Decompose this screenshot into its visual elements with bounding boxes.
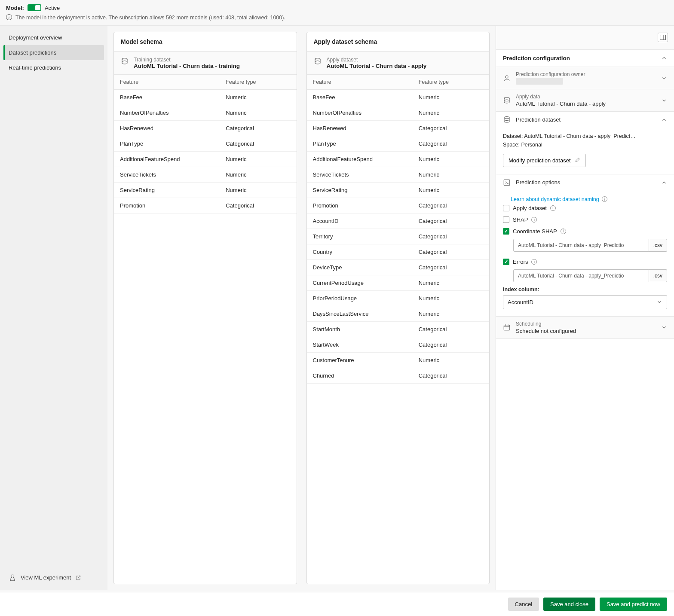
table-row: ServiceRatingNumeric xyxy=(114,182,297,198)
table-row: ServiceTicketsNumeric xyxy=(307,167,490,182)
sidebar: Deployment overviewDataset predictionsRe… xyxy=(0,26,107,590)
info-icon[interactable]: i xyxy=(531,259,537,265)
svg-point-5 xyxy=(504,97,509,99)
svg-rect-8 xyxy=(504,325,510,330)
shap-checkbox[interactable] xyxy=(503,217,509,223)
table-row: StartMonthCategorical xyxy=(307,321,490,337)
learn-dynamic-naming-link[interactable]: Learn about dynamic dataset naming i xyxy=(511,196,607,202)
table-row: NumberOfPenaltiesNumeric xyxy=(307,105,490,120)
table-row: DaysSinceLastServiceNumeric xyxy=(307,306,490,321)
chevron-down-icon xyxy=(661,324,667,330)
table-row: ChurnedCategorical xyxy=(307,368,490,383)
info-icon[interactable]: i xyxy=(561,229,566,234)
model-schema-table: Feature Feature type BaseFeeNumericNumbe… xyxy=(114,75,297,213)
prediction-dataset-section[interactable]: Prediction dataset xyxy=(496,112,674,128)
coord-shap-file-input[interactable]: AutoML Tutorial - Churn data - apply_Pre… xyxy=(513,239,649,252)
modify-prediction-dataset-button[interactable]: Modify prediction dataset xyxy=(503,154,586,167)
table-row: NumberOfPenaltiesNumeric xyxy=(114,105,297,120)
file-ext: .csv xyxy=(649,269,667,282)
table-row: PlanTypeCategorical xyxy=(307,136,490,151)
subscription-info: The model in the deployment is active. T… xyxy=(15,14,285,22)
model-active-toggle[interactable] xyxy=(28,4,41,11)
chevron-down-icon xyxy=(656,299,662,305)
coordinate-shap-checkbox[interactable] xyxy=(503,228,509,235)
owner-value-redacted xyxy=(516,78,563,85)
table-row: StartWeekCategorical xyxy=(307,337,490,352)
apply-dataset-label: Apply dataset xyxy=(327,57,427,63)
table-row: HasRenewedCategorical xyxy=(114,120,297,136)
collapse-panel-button[interactable] xyxy=(658,33,668,42)
table-row: PromotionCategorical xyxy=(114,198,297,213)
chevron-down-icon xyxy=(661,98,667,104)
apply-data-section[interactable]: Apply data AutoML Tutorial - Churn data … xyxy=(496,89,674,111)
table-row: CurrentPeriodUsageNumeric xyxy=(307,275,490,290)
sidebar-item[interactable]: Deployment overview xyxy=(3,30,104,45)
info-icon[interactable]: i xyxy=(531,217,537,223)
apply-schema-title: Apply dataset schema xyxy=(307,32,490,52)
table-row: BaseFeeNumeric xyxy=(307,89,490,105)
table-row: DeviceTypeCategorical xyxy=(307,259,490,275)
database-icon xyxy=(314,58,322,65)
apply-schema-card: Apply dataset schema Apply dataset AutoM… xyxy=(306,32,490,584)
table-row: CustomerTenureNumeric xyxy=(307,352,490,368)
table-row: PriorPeriodUsageNumeric xyxy=(307,290,490,306)
prediction-options-section[interactable]: Prediction options xyxy=(496,174,674,191)
right-panel: Prediction configuration Prediction conf… xyxy=(496,26,674,590)
apply-dataset-name: AutoML Tutorial - Churn data - apply xyxy=(327,63,427,69)
apply-schema-table: Feature Feature type BaseFeeNumericNumbe… xyxy=(307,75,490,384)
index-column-select[interactable]: AccountID xyxy=(503,295,667,309)
edit-icon xyxy=(574,157,580,163)
model-schema-card: Model schema Training dataset AutoML Tut… xyxy=(113,32,297,584)
table-row: PromotionCategorical xyxy=(307,198,490,213)
scheduling-section[interactable]: Scheduling Schedule not configured xyxy=(496,317,674,338)
chevron-up-icon xyxy=(661,180,667,186)
table-row: PlanTypeCategorical xyxy=(114,136,297,151)
info-icon[interactable]: i xyxy=(550,205,556,211)
database-icon xyxy=(503,116,511,124)
sidebar-item[interactable]: Real-time predictions xyxy=(3,60,104,75)
col-feature: Feature xyxy=(307,75,413,90)
database-icon xyxy=(503,97,511,104)
svg-point-4 xyxy=(506,76,508,78)
chevron-up-icon xyxy=(661,117,667,123)
options-icon xyxy=(503,179,511,186)
flask-icon xyxy=(9,574,16,582)
table-row: ServiceRatingNumeric xyxy=(307,182,490,198)
dataset-value: Dataset: AutoML Tutorial - Churn data - … xyxy=(503,133,667,139)
table-row: CountryCategorical xyxy=(307,244,490,259)
errors-checkbox[interactable] xyxy=(503,259,509,265)
database-icon xyxy=(121,58,129,65)
view-ml-experiment-link[interactable]: View ML experiment xyxy=(3,570,104,586)
space-value: Space: Personal xyxy=(503,142,667,148)
svg-point-0 xyxy=(122,58,127,60)
external-link-icon xyxy=(75,575,81,581)
prediction-config-header[interactable]: Prediction configuration xyxy=(496,50,674,67)
sidebar-item[interactable]: Dataset predictions xyxy=(3,45,104,60)
table-row: HasRenewedCategorical xyxy=(307,120,490,136)
col-feature-type: Feature type xyxy=(413,75,489,90)
svg-point-6 xyxy=(504,116,509,119)
model-schema-title: Model schema xyxy=(114,32,297,52)
model-label: Model: xyxy=(6,5,24,11)
table-row: BaseFeeNumeric xyxy=(114,89,297,105)
training-dataset-name: AutoML Tutorial - Churn data - training xyxy=(134,63,240,69)
user-icon xyxy=(503,74,511,82)
svg-point-1 xyxy=(315,58,320,60)
calendar-icon xyxy=(503,323,511,331)
chevron-up-icon xyxy=(661,55,667,61)
table-row: AccountIDCategorical xyxy=(307,213,490,229)
apply-dataset-checkbox[interactable] xyxy=(503,205,509,211)
file-ext: .csv xyxy=(649,239,667,252)
table-row: AdditionalFeatureSpendNumeric xyxy=(114,151,297,167)
main-content: Model schema Training dataset AutoML Tut… xyxy=(107,26,496,590)
panel-icon xyxy=(660,35,666,40)
info-icon: i xyxy=(6,14,12,20)
owner-section[interactable]: Prediction configuration owner xyxy=(496,67,674,89)
svg-rect-2 xyxy=(660,35,666,40)
errors-file-input[interactable]: AutoML Tutorial - Churn data - apply_Pre… xyxy=(513,269,649,282)
training-dataset-label: Training dataset xyxy=(134,57,240,63)
index-column-label: Index column: xyxy=(503,287,667,293)
col-feature-type: Feature type xyxy=(220,75,296,90)
info-icon: i xyxy=(602,196,607,202)
col-feature: Feature xyxy=(114,75,220,90)
